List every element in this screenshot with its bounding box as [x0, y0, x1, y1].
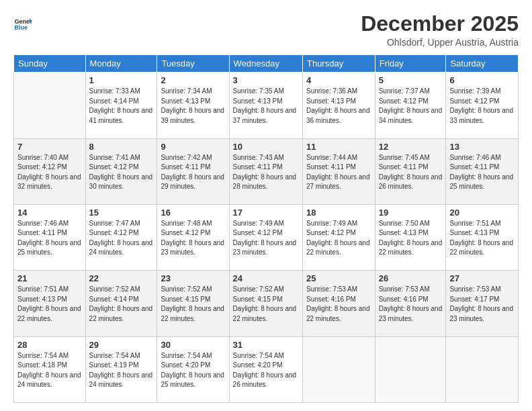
- daylight-text: Daylight: 8 hours and 39 minutes.: [161, 107, 224, 124]
- day-info: Sunrise: 7:54 AMSunset: 4:19 PMDaylight:…: [89, 351, 154, 390]
- sunrise-text: Sunrise: 7:50 AM: [379, 220, 430, 227]
- daylight-text: Daylight: 8 hours and 26 minutes.: [233, 371, 297, 389]
- sunrise-text: Sunrise: 7:52 AM: [233, 285, 284, 293]
- daylight-text: Daylight: 8 hours and 22 minutes.: [449, 239, 513, 257]
- day-number: 13: [449, 142, 515, 152]
- table-row: 3Sunrise: 7:35 AMSunset: 4:13 PMDaylight…: [229, 73, 302, 138]
- sunrise-text: Sunrise: 7:54 AM: [233, 352, 284, 359]
- table-row: 20Sunrise: 7:51 AMSunset: 4:13 PMDayligh…: [446, 204, 519, 270]
- sunset-text: Sunset: 4:20 PM: [161, 361, 210, 369]
- daylight-text: Daylight: 8 hours and 23 minutes.: [379, 305, 443, 322]
- daylight-text: Daylight: 8 hours and 23 minutes.: [233, 239, 297, 257]
- day-number: 5: [379, 75, 443, 85]
- week-row-2: 14Sunrise: 7:46 AMSunset: 4:11 PMDayligh…: [14, 204, 519, 270]
- day-info: Sunrise: 7:34 AMSunset: 4:13 PMDaylight:…: [161, 87, 225, 126]
- day-info: Sunrise: 7:53 AMSunset: 4:16 PMDaylight:…: [379, 285, 443, 324]
- day-info: Sunrise: 7:45 AMSunset: 4:11 PMDaylight:…: [379, 153, 443, 192]
- sunrise-text: Sunrise: 7:51 AM: [449, 220, 500, 227]
- sunset-text: Sunset: 4:14 PM: [89, 295, 139, 303]
- sunset-text: Sunset: 4:11 PM: [449, 163, 499, 171]
- title-block: December 2025 Ohlsdorf, Upper Austria, A…: [361, 12, 519, 48]
- day-number: 31: [233, 340, 299, 350]
- sunset-text: Sunset: 4:11 PM: [233, 163, 283, 171]
- sunset-text: Sunset: 4:15 PM: [161, 295, 210, 303]
- sunrise-text: Sunrise: 7:43 AM: [233, 154, 284, 161]
- day-info: Sunrise: 7:43 AMSunset: 4:11 PMDaylight:…: [233, 153, 299, 192]
- table-row: 28Sunrise: 7:54 AMSunset: 4:18 PMDayligh…: [14, 336, 86, 402]
- table-row: 17Sunrise: 7:49 AMSunset: 4:12 PMDayligh…: [229, 204, 302, 270]
- day-number: 30: [161, 340, 225, 350]
- day-number: 29: [89, 340, 154, 350]
- day-info: Sunrise: 7:36 AMSunset: 4:13 PMDaylight:…: [306, 87, 371, 126]
- day-info: Sunrise: 7:50 AMSunset: 4:13 PMDaylight:…: [379, 219, 443, 258]
- header: General Blue December 2025 Ohlsdorf, Upp…: [13, 12, 519, 48]
- table-row: 4Sunrise: 7:36 AMSunset: 4:13 PMDaylight…: [302, 73, 375, 138]
- day-info: Sunrise: 7:53 AMSunset: 4:16 PMDaylight:…: [306, 285, 371, 324]
- table-row: 26Sunrise: 7:53 AMSunset: 4:16 PMDayligh…: [375, 271, 446, 336]
- table-row: 5Sunrise: 7:37 AMSunset: 4:12 PMDaylight…: [375, 73, 446, 138]
- table-row: 25Sunrise: 7:53 AMSunset: 4:16 PMDayligh…: [302, 271, 375, 336]
- sunset-text: Sunset: 4:13 PM: [161, 97, 210, 105]
- day-info: Sunrise: 7:37 AMSunset: 4:12 PMDaylight:…: [379, 87, 443, 126]
- sunrise-text: Sunrise: 7:54 AM: [161, 352, 212, 359]
- daylight-text: Daylight: 8 hours and 36 minutes.: [306, 107, 370, 124]
- table-row: 1Sunrise: 7:33 AMSunset: 4:14 PMDaylight…: [85, 73, 157, 138]
- daylight-text: Daylight: 8 hours and 22 minutes.: [17, 305, 81, 322]
- col-sunday: Sunday: [14, 55, 86, 73]
- sunrise-text: Sunrise: 7:37 AM: [379, 87, 430, 95]
- day-number: 25: [306, 273, 371, 283]
- daylight-text: Daylight: 8 hours and 22 minutes.: [306, 305, 370, 322]
- col-thursday: Thursday: [302, 55, 375, 73]
- table-row: 9Sunrise: 7:42 AMSunset: 4:11 PMDaylight…: [157, 138, 229, 204]
- table-row: 27Sunrise: 7:53 AMSunset: 4:17 PMDayligh…: [446, 271, 519, 336]
- sunset-text: Sunset: 4:12 PM: [89, 229, 139, 236]
- week-row-3: 21Sunrise: 7:51 AMSunset: 4:13 PMDayligh…: [14, 271, 519, 336]
- day-info: Sunrise: 7:54 AMSunset: 4:20 PMDaylight:…: [233, 351, 299, 390]
- sunrise-text: Sunrise: 7:53 AM: [449, 285, 500, 293]
- daylight-text: Daylight: 8 hours and 23 minutes.: [161, 239, 224, 257]
- day-info: Sunrise: 7:44 AMSunset: 4:11 PMDaylight:…: [306, 153, 371, 192]
- logo-icon: General Blue: [13, 15, 32, 34]
- daylight-text: Daylight: 8 hours and 27 minutes.: [306, 173, 370, 191]
- daylight-text: Daylight: 8 hours and 22 minutes.: [161, 305, 224, 322]
- calendar-table: Sunday Monday Tuesday Wednesday Thursday…: [13, 54, 519, 403]
- day-info: Sunrise: 7:40 AMSunset: 4:12 PMDaylight:…: [17, 153, 82, 192]
- day-info: Sunrise: 7:52 AMSunset: 4:15 PMDaylight:…: [233, 285, 299, 324]
- daylight-text: Daylight: 8 hours and 34 minutes.: [379, 107, 443, 124]
- sunset-text: Sunset: 4:11 PM: [306, 163, 356, 171]
- table-row: 14Sunrise: 7:46 AMSunset: 4:11 PMDayligh…: [14, 204, 86, 270]
- day-info: Sunrise: 7:48 AMSunset: 4:12 PMDaylight:…: [161, 219, 225, 258]
- daylight-text: Daylight: 8 hours and 22 minutes.: [89, 305, 153, 322]
- day-info: Sunrise: 7:39 AMSunset: 4:12 PMDaylight:…: [449, 87, 515, 126]
- sunset-text: Sunset: 4:16 PM: [306, 295, 356, 303]
- day-number: 10: [233, 142, 299, 152]
- sunrise-text: Sunrise: 7:52 AM: [161, 285, 212, 293]
- day-number: 1: [89, 75, 154, 85]
- sunset-text: Sunset: 4:13 PM: [379, 229, 429, 236]
- day-info: Sunrise: 7:51 AMSunset: 4:13 PMDaylight:…: [449, 219, 515, 258]
- day-number: 15: [89, 208, 154, 218]
- sunset-text: Sunset: 4:18 PM: [17, 361, 67, 369]
- sunrise-text: Sunrise: 7:39 AM: [449, 87, 500, 95]
- day-number: 4: [306, 75, 371, 85]
- table-row: 24Sunrise: 7:52 AMSunset: 4:15 PMDayligh…: [229, 271, 302, 336]
- daylight-text: Daylight: 8 hours and 32 minutes.: [17, 173, 81, 191]
- daylight-text: Daylight: 8 hours and 24 minutes.: [89, 239, 153, 257]
- daylight-text: Daylight: 8 hours and 24 minutes.: [89, 371, 153, 389]
- col-friday: Friday: [375, 55, 446, 73]
- day-number: 24: [233, 273, 299, 283]
- sunset-text: Sunset: 4:11 PM: [161, 163, 210, 171]
- sunrise-text: Sunrise: 7:54 AM: [17, 352, 69, 359]
- day-info: Sunrise: 7:33 AMSunset: 4:14 PMDaylight:…: [89, 87, 154, 126]
- sunrise-text: Sunrise: 7:40 AM: [17, 154, 69, 161]
- col-monday: Monday: [85, 55, 157, 73]
- day-info: Sunrise: 7:54 AMSunset: 4:20 PMDaylight:…: [161, 351, 225, 390]
- week-row-1: 7Sunrise: 7:40 AMSunset: 4:12 PMDaylight…: [14, 138, 519, 204]
- sunrise-text: Sunrise: 7:42 AM: [161, 154, 212, 161]
- day-number: 21: [17, 273, 82, 283]
- sunset-text: Sunset: 4:14 PM: [89, 97, 139, 105]
- sunset-text: Sunset: 4:16 PM: [379, 295, 429, 303]
- day-number: 20: [449, 208, 515, 218]
- table-row: 29Sunrise: 7:54 AMSunset: 4:19 PMDayligh…: [85, 336, 157, 402]
- col-tuesday: Tuesday: [157, 55, 229, 73]
